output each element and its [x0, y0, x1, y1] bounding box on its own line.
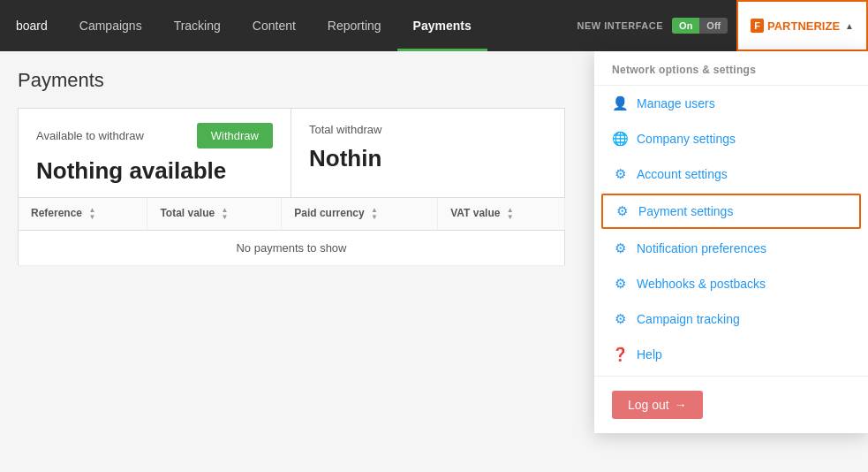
nav-item-campaigns[interactable]: Campaigns	[64, 0, 158, 51]
table-header-vat-value[interactable]: VAT value ▲▼	[438, 198, 565, 231]
dropdown-header: Network options & settings	[594, 51, 868, 86]
company-settings-icon: 🌐	[612, 131, 628, 147]
no-payments-cell: No payments to show	[19, 231, 565, 266]
available-to-withdraw-card: Available to withdraw Withdraw Nothing a…	[19, 109, 291, 197]
webhooks-postbacks-label: Webhooks & postbacks	[637, 277, 766, 284]
sort-icon: ▲▼	[88, 207, 95, 221]
nav-item-content[interactable]: Content	[237, 0, 312, 51]
brand-caret-icon: ▲	[845, 21, 854, 31]
table-header-row: Reference ▲▼Total value ▲▼Paid currency …	[19, 198, 565, 231]
card1-value: Nothing available	[36, 157, 273, 185]
card1-header: Available to withdraw Withdraw	[36, 123, 273, 148]
nav-item-reporting[interactable]: Reporting	[312, 0, 397, 51]
company-settings-label: Company settings	[637, 132, 736, 146]
no-payments-row: No payments to show	[19, 231, 565, 266]
table-header-total-value[interactable]: Total value ▲▼	[147, 198, 282, 231]
dropdown-item-payment-settings[interactable]: ⚙Payment settings	[601, 194, 861, 229]
manage-users-label: Manage users	[637, 96, 715, 110]
navbar-right: NEW INTERFACE On Off F PARTNERIZE ▲	[577, 0, 868, 51]
account-settings-label: Account settings	[637, 167, 728, 181]
card2-label: Total withdraw	[309, 123, 381, 136]
main-content: Payments Available to withdraw Withdraw …	[0, 51, 583, 284]
nav-item-dashboard[interactable]: board	[0, 0, 64, 51]
webhooks-postbacks-icon: ⚙	[612, 276, 628, 284]
nav-items: boardCampaignsTrackingContentReportingPa…	[0, 0, 577, 51]
total-withdrawn-card: Total withdraw Nothin	[291, 109, 564, 197]
sort-icon: ▲▼	[222, 207, 229, 221]
table-head: Reference ▲▼Total value ▲▼Paid currency …	[19, 198, 565, 231]
toggle-on-button[interactable]: On	[672, 18, 699, 34]
sort-icon: ▲▼	[371, 207, 378, 221]
brand-name: PARTNERIZE	[767, 19, 840, 33]
dropdown-item-account-settings[interactable]: ⚙Account settings	[594, 156, 868, 192]
payment-settings-icon: ⚙	[614, 203, 630, 219]
navbar: boardCampaignsTrackingContentReportingPa…	[0, 0, 868, 51]
toggle-group: On Off	[672, 18, 728, 34]
brand-logo: F PARTNERIZE	[751, 19, 840, 33]
nav-item-payments[interactable]: Payments	[397, 0, 487, 51]
page-title: Payments	[18, 69, 565, 92]
table-body: No payments to show	[19, 231, 565, 266]
withdraw-button[interactable]: Withdraw	[197, 123, 273, 148]
sort-icon: ▲▼	[507, 207, 514, 221]
table-header-paid-currency[interactable]: Paid currency ▲▼	[282, 198, 438, 231]
card2-header: Total withdraw	[309, 123, 547, 136]
payments-table: Reference ▲▼Total value ▲▼Paid currency …	[18, 198, 565, 266]
dropdown-item-webhooks-postbacks[interactable]: ⚙Webhooks & postbacks	[594, 266, 868, 284]
logo-icon: F	[751, 19, 764, 33]
dropdown-menu: Network options & settings 👤Manage users…	[594, 51, 868, 284]
manage-users-icon: 👤	[612, 95, 628, 111]
dropdown-item-notification-preferences[interactable]: ⚙Notification preferences	[594, 231, 868, 266]
payments-grid: Available to withdraw Withdraw Nothing a…	[18, 108, 565, 198]
account-settings-icon: ⚙	[612, 166, 628, 182]
card2-value: Nothin	[309, 145, 547, 172]
table-header-reference[interactable]: Reference ▲▼	[19, 198, 147, 231]
brand-button[interactable]: F PARTNERIZE ▲	[736, 0, 868, 51]
new-interface-label: NEW INTERFACE	[577, 20, 664, 31]
nav-item-tracking[interactable]: Tracking	[158, 0, 237, 51]
notification-preferences-icon: ⚙	[612, 240, 628, 256]
payment-settings-label: Payment settings	[638, 204, 733, 218]
card1-label: Available to withdraw	[36, 129, 144, 142]
toggle-off-button[interactable]: Off	[699, 18, 728, 34]
dropdown-item-manage-users[interactable]: 👤Manage users	[594, 86, 868, 121]
notification-preferences-label: Notification preferences	[637, 241, 766, 255]
dropdown-item-company-settings[interactable]: 🌐Company settings	[594, 121, 868, 156]
